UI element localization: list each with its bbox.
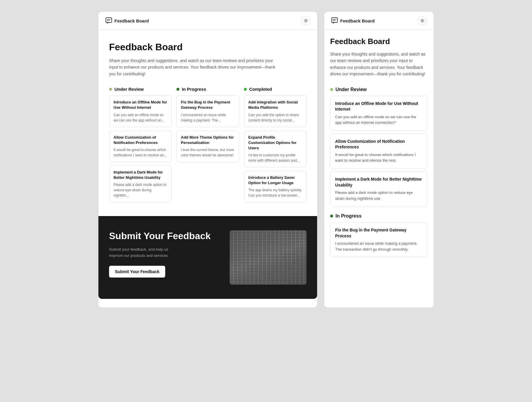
in-progress-title: In Progress xyxy=(182,87,206,92)
card-battery-saver: Introduce a Battery Saver Option for Lon… xyxy=(244,171,306,202)
under-review-header: Under Review xyxy=(109,87,172,92)
card-payment-bug: Fix the Bug in the Payment Gateway Proce… xyxy=(176,95,239,127)
right-in-progress-dot xyxy=(330,215,333,218)
right-card-title: Allow Customization of Notification Pref… xyxy=(335,139,423,150)
left-header: Feedback Board xyxy=(98,12,317,30)
left-logo: Feedback Board xyxy=(106,17,149,24)
right-card-offline: Introduce an Offline Mode for Use Withou… xyxy=(330,96,428,131)
in-progress-dot xyxy=(176,88,179,91)
right-card-title: Implement a Dark Mode for Better Nightti… xyxy=(335,176,423,188)
right-under-review-title: Under Review xyxy=(335,87,367,92)
right-card-title: Fix the Bug in the Payment Gateway Proce… xyxy=(335,227,423,239)
card-title: Add More Theme Options for Personalizati… xyxy=(181,135,235,145)
card-title: Fix the Bug in the Payment Gateway Proce… xyxy=(181,100,235,110)
feedback-board-icon xyxy=(106,17,112,24)
card-desc: Can you add the option to share content … xyxy=(248,112,302,123)
right-card-dark-mode: Implement a Dark Mode for Better Nightti… xyxy=(330,171,428,206)
right-under-review-header: Under Review xyxy=(330,87,428,92)
submit-desc: Submit your feedback, and help us improv… xyxy=(109,247,174,259)
card-social-integration: Add Integration with Social Media Platfo… xyxy=(244,95,306,127)
feedback-columns: Under Review Introduce an Offline Mode f… xyxy=(109,87,306,205)
right-card-desc: It would be great to choose which notifi… xyxy=(335,152,423,163)
under-review-dot xyxy=(109,88,112,91)
svg-rect-4 xyxy=(332,18,338,22)
submit-left: Submit Your Feedback Submit your feedbac… xyxy=(109,230,230,285)
right-gear-button[interactable] xyxy=(418,17,426,25)
left-gear-button[interactable] xyxy=(302,17,310,25)
in-progress-header: In Progress xyxy=(176,87,239,92)
card-title: Add Integration with Social Media Platfo… xyxy=(248,100,302,110)
card-theme-options: Add More Theme Options for Personalizati… xyxy=(176,130,239,162)
card-desc: The app drains my battery quickly. Can y… xyxy=(248,187,302,198)
svg-point-7 xyxy=(422,20,423,21)
card-offline-mode: Introduce an Offline Mode for Use Withou… xyxy=(109,95,172,127)
right-card-payment-bug: Fix the Bug in the Payment Gateway Proce… xyxy=(330,222,428,257)
card-desc: I'd like to customize my profile more wi… xyxy=(248,153,302,163)
right-in-progress-title: In Progress xyxy=(335,213,361,219)
column-under-review: Under Review Introduce an Offline Mode f… xyxy=(109,87,172,205)
card-title: Introduce an Offline Mode for Use Withou… xyxy=(113,100,167,110)
gear-icon-right xyxy=(420,19,424,23)
card-desc: It would be great to choose which notifi… xyxy=(113,147,167,158)
feedback-board-icon-right xyxy=(331,17,338,24)
right-under-review-dot xyxy=(330,88,333,91)
left-page-title: Feedback Board xyxy=(109,42,306,53)
card-title: Introduce a Battery Saver Option for Lon… xyxy=(248,175,302,186)
right-card-desc: Can you add an offline mode so we can us… xyxy=(335,114,423,126)
submit-image xyxy=(230,230,306,285)
submit-section: Submit Your Feedback Submit your feedbac… xyxy=(98,216,317,299)
card-desc: Can you add an offline mode so we can us… xyxy=(113,112,167,123)
right-card-desc: I encountered an issue while making a pa… xyxy=(335,241,423,252)
card-desc: Please add a dark mode option to reduce … xyxy=(113,182,167,198)
column-in-progress: In Progress Fix the Bug in the Payment G… xyxy=(176,87,239,165)
card-notification-prefs: Allow Customization of Notification Pref… xyxy=(109,130,172,162)
completed-title: Completed xyxy=(249,87,272,92)
right-card-title: Introduce an Offline Mode for Use Withou… xyxy=(335,101,423,112)
card-title: Expand Profile Customization Options for… xyxy=(248,135,302,151)
right-logo: Feedback Board xyxy=(331,17,375,24)
card-desc: I love the current theme, but more color… xyxy=(181,147,235,158)
submit-feedback-button[interactable]: Submit Your Feedback xyxy=(109,266,165,278)
right-header: Feedback Board xyxy=(324,12,434,30)
svg-rect-0 xyxy=(106,18,112,22)
column-completed: Completed Add Integration with Social Me… xyxy=(244,87,306,205)
right-page-desc: Share your thoughts and suggestions, and… xyxy=(330,51,428,77)
card-desc: I encountered an issue while making a pa… xyxy=(181,112,235,123)
right-main: Feedback Board Share your thoughts and s… xyxy=(324,30,434,257)
right-in-progress-header: In Progress xyxy=(330,213,428,219)
left-header-title: Feedback Board xyxy=(114,18,149,23)
left-page-desc: Share your thoughts and suggestions, and… xyxy=(109,57,280,77)
right-header-title: Feedback Board xyxy=(340,18,375,23)
completed-dot xyxy=(244,88,247,91)
completed-header: Completed xyxy=(244,87,306,92)
left-main: Feedback Board Share your thoughts and s… xyxy=(98,30,317,205)
right-card-notification: Allow Customization of Notification Pref… xyxy=(330,134,428,168)
submit-title: Submit Your Feedback xyxy=(109,230,230,241)
gear-icon xyxy=(304,19,308,23)
right-card-desc: Please add a dark mode option to reduce … xyxy=(335,190,423,201)
right-page-title: Feedback Board xyxy=(330,37,428,46)
left-panel: Feedback Board Feedback Board Share your… xyxy=(98,12,317,307)
svg-point-3 xyxy=(305,20,306,21)
card-dark-mode: Implement a Dark Mode for Better Nightti… xyxy=(109,165,172,202)
card-profile-customization: Expand Profile Customization Options for… xyxy=(244,130,306,168)
card-title: Allow Customization of Notification Pref… xyxy=(113,135,167,145)
keyboard-visual xyxy=(230,230,306,285)
under-review-title: Under Review xyxy=(114,87,144,92)
card-title: Implement a Dark Mode for Better Nightti… xyxy=(113,170,167,180)
right-panel: Feedback Board Feedback Board Share your… xyxy=(324,12,434,307)
